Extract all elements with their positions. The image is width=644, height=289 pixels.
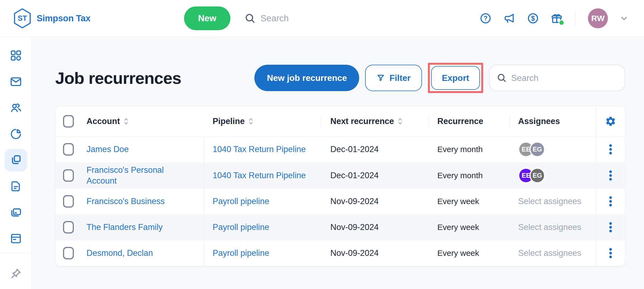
sort-icon[interactable]	[124, 117, 129, 125]
table-row: Francisco's BusinessPayroll pipelineNov-…	[56, 188, 625, 214]
account-link[interactable]: Desmond, Declan	[86, 248, 153, 259]
row-checkbox[interactable]	[63, 221, 74, 233]
sidebar-divider	[0, 253, 32, 253]
assignees-cell: Select assignees	[510, 188, 595, 214]
account-link[interactable]: Francisco's Personal Account	[86, 165, 170, 186]
chevron-down-icon[interactable]	[619, 13, 629, 23]
billing-cards-icon	[5, 201, 27, 224]
help-icon[interactable]: ?	[479, 12, 492, 25]
row-actions-cell	[595, 136, 625, 162]
account-link[interactable]: James Doe	[86, 144, 129, 155]
table-search[interactable]	[489, 65, 625, 91]
kebab-icon	[609, 246, 612, 260]
select-assignees-placeholder[interactable]: Select assignees	[518, 222, 581, 232]
row-actions-cell	[595, 188, 625, 214]
row-menu-button[interactable]	[604, 245, 617, 262]
next-recurrence-cell: Dec-01-2024	[321, 163, 429, 188]
row-checkbox-cell	[56, 214, 80, 240]
row-menu-button[interactable]	[604, 141, 617, 158]
main-content: Job recurrences New job recurrence Filte…	[32, 37, 644, 289]
table-row: The Flanders FamilyPayroll pipelineNov-0…	[56, 214, 625, 240]
sidebar-item-billing[interactable]	[0, 199, 32, 225]
table-search-input[interactable]	[511, 73, 618, 83]
export-button[interactable]: Export	[431, 66, 480, 90]
recurrence-cell: Every week	[429, 240, 510, 266]
select-all-checkbox[interactable]	[63, 115, 74, 128]
table-row: James Doe1040 Tax Return PipelineDec-01-…	[56, 136, 625, 162]
assignees-cell: Select assignees	[510, 214, 595, 240]
row-checkbox[interactable]	[63, 247, 74, 259]
pipeline-link[interactable]: 1040 Tax Return Pipeline	[213, 170, 306, 181]
sidebar-item-dashboard[interactable]	[0, 42, 32, 68]
insights-pie-icon	[5, 123, 27, 145]
account-link[interactable]: The Flanders Family	[86, 222, 163, 233]
next-recurrence-value: Nov-09-2024	[330, 248, 379, 258]
dollar-icon[interactable]: $	[527, 12, 539, 25]
next-recurrence-value: Dec-01-2024	[330, 171, 379, 180]
page-title: Job recurrences	[55, 68, 181, 88]
page-header: Job recurrences New job recurrence Filte…	[55, 63, 625, 93]
account-cell: The Flanders Family	[80, 214, 204, 240]
account-cell: Francisco's Personal Account	[80, 163, 204, 188]
assignee-avatar[interactable]: EG	[529, 168, 545, 183]
table-settings-button[interactable]	[604, 114, 618, 128]
sort-icon[interactable]	[248, 117, 253, 125]
row-menu-button[interactable]	[604, 193, 617, 210]
sort-icon[interactable]	[398, 117, 403, 125]
pin-sidebar-button[interactable]	[0, 259, 32, 288]
user-avatar[interactable]: RW	[588, 8, 608, 28]
filter-funnel-icon	[376, 74, 385, 82]
gift-icon[interactable]	[550, 12, 563, 25]
megaphone-icon[interactable]	[503, 12, 515, 25]
sidebar-item-clients[interactable]	[0, 95, 32, 121]
row-checkbox[interactable]	[63, 143, 74, 156]
assignee-avatar[interactable]: EG	[529, 142, 545, 157]
assignees-cell: Select assignees	[510, 240, 595, 266]
row-menu-button[interactable]	[604, 219, 617, 236]
top-bar: ST Simpson Tax New ?	[0, 0, 644, 37]
kebab-icon	[609, 220, 612, 234]
global-search-input[interactable]	[261, 13, 331, 23]
row-checkbox[interactable]	[63, 195, 74, 208]
table-row: Desmond, DeclanPayroll pipelineNov-09-20…	[56, 240, 625, 266]
assignee-avatars[interactable]: EEEG	[518, 168, 545, 183]
sidebar-item-insights[interactable]	[0, 121, 32, 147]
sidebar-item-documents[interactable]	[0, 173, 32, 199]
assignees-cell: EEEG	[510, 136, 595, 162]
column-header-pipeline[interactable]: Pipeline	[204, 106, 321, 136]
filter-button[interactable]: Filter	[365, 65, 422, 91]
kebab-icon	[609, 142, 612, 156]
sidebar-item-job-recurrences[interactable]	[0, 147, 32, 173]
new-job-recurrence-button[interactable]: New job recurrence	[254, 65, 359, 91]
new-button[interactable]: New	[184, 6, 230, 30]
sidebar	[0, 37, 32, 289]
brand-logo[interactable]: ST Simpson Tax	[13, 8, 184, 29]
assignee-avatars[interactable]: EEEG	[518, 142, 545, 157]
board-icon	[5, 227, 27, 250]
document-icon	[5, 175, 27, 198]
account-link[interactable]: Francisco's Business	[86, 196, 165, 207]
row-menu-button[interactable]	[604, 167, 617, 184]
account-cell: Francisco's Business	[80, 188, 204, 214]
pipeline-link[interactable]: Payroll pipeline	[213, 248, 269, 259]
pipeline-link[interactable]: Payroll pipeline	[213, 222, 269, 233]
next-recurrence-value: Dec-01-2024	[330, 144, 379, 154]
row-checkbox[interactable]	[63, 169, 74, 182]
next-recurrence-cell: Nov-09-2024	[321, 188, 429, 214]
column-header-next-recurrence[interactable]: Next recurrence	[321, 106, 429, 136]
row-checkbox-cell	[56, 188, 80, 214]
pipeline-link[interactable]: Payroll pipeline	[213, 196, 269, 207]
row-actions-cell	[595, 163, 625, 188]
recurrence-value: Every month	[437, 171, 483, 180]
global-search[interactable]	[244, 13, 331, 24]
svg-text:?: ?	[484, 15, 488, 22]
select-assignees-placeholder[interactable]: Select assignees	[518, 197, 581, 206]
pipeline-link[interactable]: 1040 Tax Return Pipeline	[213, 144, 306, 155]
sidebar-item-inbox[interactable]	[0, 68, 32, 95]
sidebar-item-boards[interactable]	[0, 225, 32, 252]
row-actions-cell	[595, 240, 625, 266]
select-assignees-placeholder[interactable]: Select assignees	[518, 248, 581, 258]
pipeline-cell: 1040 Tax Return Pipeline	[204, 163, 321, 188]
header-checkbox-cell	[56, 106, 80, 136]
column-header-account[interactable]: Account	[80, 106, 204, 136]
